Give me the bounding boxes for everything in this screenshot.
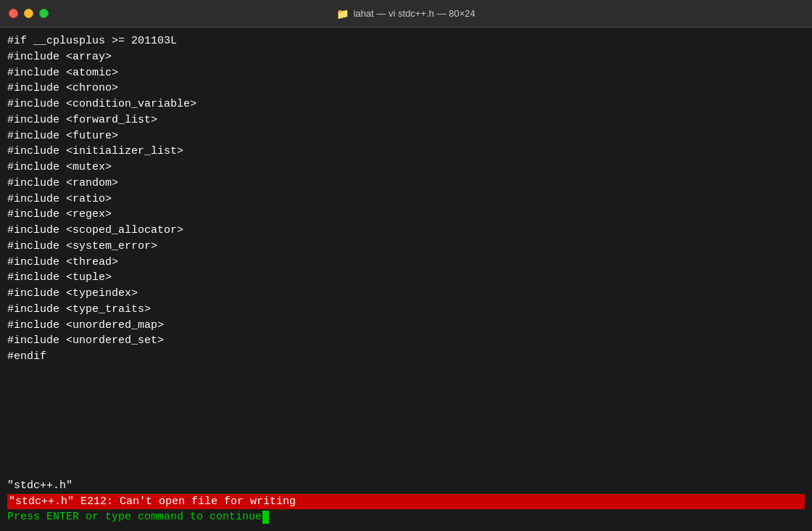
cursor [262, 511, 269, 524]
title-label: lahat — vi stdc++.h — 80×24 [353, 8, 475, 19]
minimize-button[interactable] [24, 9, 33, 18]
code-line: #include <unordered_set> [7, 333, 805, 349]
code-line: #include <thread> [7, 255, 805, 271]
code-line: #include <tuple> [7, 270, 805, 286]
code-line: #include <condition_variable> [7, 96, 805, 112]
code-line: #include <system_error> [7, 239, 805, 255]
code-line: #include <regex> [7, 207, 805, 223]
filename-line: "stdc++.h" [7, 478, 805, 494]
code-line: #include <initializer_list> [7, 144, 805, 160]
code-line: #include <random> [7, 176, 805, 192]
prompt-line: Press ENTER or type command to continue [7, 509, 805, 525]
code-line: #include <ratio> [7, 192, 805, 207]
code-line: #include <future> [7, 128, 805, 144]
code-line: #include <chrono> [7, 81, 805, 96]
title-bar: 📁 lahat — vi stdc++.h — 80×24 [0, 0, 812, 28]
code-line: #include <typeindex> [7, 286, 805, 302]
code-line: #include <mutex> [7, 160, 805, 176]
code-line: #include <array> [7, 49, 805, 65]
code-line: #include <forward_list> [7, 112, 805, 128]
code-line: #include <scoped_allocator> [7, 223, 805, 239]
code-line: #endif [7, 349, 805, 365]
code-line: #include <type_traits> [7, 302, 805, 318]
code-line: #if __cplusplus >= 201103L [7, 33, 805, 49]
traffic-lights [9, 9, 49, 18]
window-title: 📁 lahat — vi stdc++.h — 80×24 [336, 8, 475, 20]
prompt-text: Press ENTER or type command to continue [7, 509, 262, 525]
code-line: #include <unordered_map> [7, 318, 805, 334]
error-line: "stdc++.h" E212: Can't open file for wri… [7, 494, 805, 510]
close-button[interactable] [9, 9, 18, 18]
status-bar: "stdc++.h" "stdc++.h" E212: Can't open f… [7, 478, 805, 525]
maximize-button[interactable] [39, 9, 49, 18]
terminal-body: #if __cplusplus >= 201103L #include <arr… [0, 28, 812, 531]
code-area: #if __cplusplus >= 201103L #include <arr… [7, 33, 805, 477]
code-line: #include <atomic> [7, 65, 805, 81]
folder-icon: 📁 [336, 8, 349, 20]
